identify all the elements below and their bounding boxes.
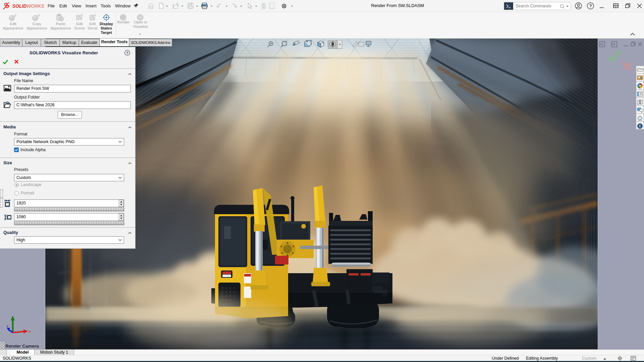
svg-text:Y: Y: [11, 316, 13, 319]
svg-text:?: ?: [589, 3, 592, 8]
svg-text:z: z: [7, 324, 8, 328]
svg-text:SOLIDWORKS: SOLIDWORKS: [12, 3, 45, 9]
svg-text:x: x: [29, 330, 31, 333]
svg-text:?: ?: [126, 51, 128, 55]
